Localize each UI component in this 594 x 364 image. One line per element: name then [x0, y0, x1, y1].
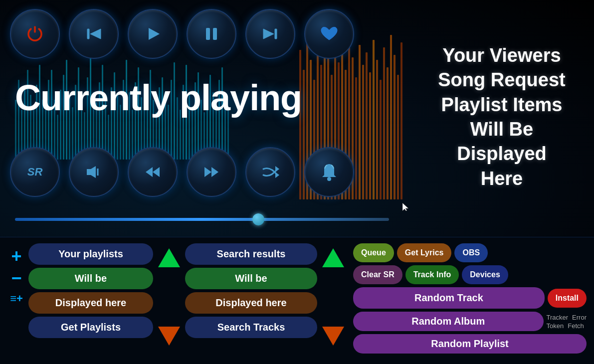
svg-marker-104 [149, 28, 160, 40]
power-button[interactable] [10, 9, 60, 59]
volume-button[interactable] [69, 147, 119, 197]
svg-rect-90 [362, 65, 364, 199]
song-request-panel: Your Viewers Song Request Playlist Items… [409, 0, 594, 234]
prev-button[interactable] [69, 9, 119, 59]
svg-marker-103 [90, 29, 101, 39]
playlist-arrow-down[interactable] [158, 327, 180, 346]
will-be-label-2: Will be [185, 268, 317, 289]
tracker-label: Tracker [547, 314, 569, 321]
will-be-label-1: Will be [28, 268, 153, 289]
error-label: Error [572, 314, 587, 321]
svg-rect-95 [380, 80, 382, 199]
displayed-here-label-2: Displayed here [185, 292, 317, 314]
svg-rect-107 [275, 29, 277, 39]
svg-marker-112 [153, 167, 160, 177]
random-playlist-button[interactable]: Random Playlist [353, 334, 587, 354]
shuffle-button[interactable] [245, 147, 295, 197]
queue-button[interactable]: Queue [353, 243, 394, 262]
install-button[interactable]: Install [548, 289, 587, 308]
svg-marker-113 [204, 167, 211, 177]
svg-rect-94 [376, 60, 378, 199]
playlist-arrow-up[interactable] [158, 248, 180, 267]
svg-rect-105 [206, 28, 210, 40]
favorite-button[interactable] [304, 9, 354, 59]
search-results-label[interactable]: Search results [185, 243, 317, 265]
next-button[interactable] [245, 9, 295, 59]
add-playlist-button[interactable]: + [11, 247, 21, 265]
song-request-text: Your Viewers Song Request Playlist Items… [438, 43, 565, 191]
svg-rect-96 [383, 47, 385, 199]
get-lyrics-button[interactable]: Get Lyrics [397, 243, 452, 262]
top-controls [10, 9, 354, 59]
svg-rect-100 [397, 75, 399, 199]
svg-rect-89 [359, 45, 361, 199]
progress-thumb[interactable] [252, 213, 264, 225]
obs-button[interactable]: OBS [454, 243, 488, 262]
clear-sr-button[interactable]: Clear SR [353, 265, 402, 284]
svg-rect-101 [400, 42, 402, 199]
track-info-button[interactable]: Track Info [405, 265, 459, 284]
svg-marker-116 [275, 172, 279, 178]
bottom-panel: + − ≡+ Your playlists Will be Displayed … [0, 237, 594, 364]
search-arrow-down[interactable] [322, 327, 344, 346]
list-add-button[interactable]: ≡+ [10, 293, 23, 304]
play-button[interactable] [128, 9, 178, 59]
svg-rect-106 [213, 28, 217, 40]
pause-button[interactable] [187, 9, 236, 59]
get-playlists-button[interactable]: Get Playlists [28, 317, 153, 338]
svg-marker-118 [402, 203, 408, 211]
svg-marker-114 [211, 167, 218, 177]
svg-rect-91 [366, 52, 368, 199]
svg-rect-99 [394, 55, 396, 199]
svg-rect-98 [390, 35, 392, 199]
svg-marker-108 [263, 29, 274, 39]
svg-marker-111 [146, 167, 153, 177]
svg-marker-115 [275, 166, 279, 172]
fetch-label: Fetch [568, 322, 584, 330]
cursor [402, 203, 408, 211]
svg-marker-109 [87, 166, 96, 178]
progress-track[interactable] [15, 218, 389, 221]
svg-rect-97 [387, 67, 389, 199]
bell-button[interactable] [304, 147, 354, 197]
svg-rect-92 [369, 72, 371, 199]
currently-playing-label: Currently playing [15, 77, 302, 118]
your-playlists-label[interactable]: Your playlists [28, 243, 153, 265]
search-tracks-button[interactable]: Search Tracks [185, 317, 317, 338]
fast-forward-button[interactable] [187, 147, 236, 197]
sr-label: SR [27, 166, 43, 179]
svg-rect-102 [87, 29, 89, 39]
second-controls: SR [10, 147, 354, 197]
displayed-here-label-1: Displayed here [28, 292, 153, 314]
sr-button[interactable]: SR [10, 147, 60, 197]
svg-rect-88 [355, 77, 357, 199]
token-label: Token [547, 322, 564, 330]
svg-rect-93 [373, 40, 375, 199]
search-arrow-up[interactable] [322, 248, 344, 267]
progress-bar[interactable] [15, 214, 389, 224]
devices-button[interactable]: Devices [462, 265, 508, 284]
rewind-button[interactable] [128, 147, 178, 197]
random-track-button[interactable]: Random Track [353, 287, 545, 309]
remove-playlist-button[interactable]: − [11, 269, 21, 287]
svg-point-117 [327, 177, 331, 181]
random-album-button[interactable]: Random Album [353, 312, 544, 331]
